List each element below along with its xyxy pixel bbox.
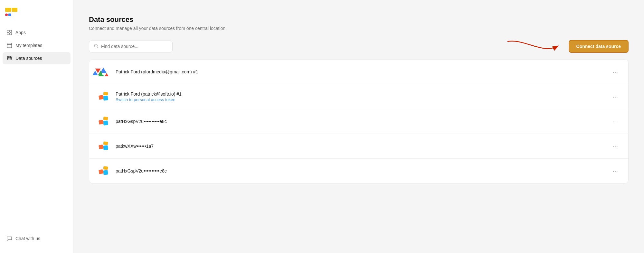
svg-point-11: [7, 56, 12, 58]
logo-area: [0, 5, 73, 26]
search-icon: [94, 43, 99, 50]
datasource-info: patHxGspV2u••••••••••e8c: [116, 168, 610, 173]
datasource-name: Patrick Ford (patrick@softr.io) #1: [116, 91, 610, 97]
datasource-item: patHxGspV2u••••••••••e8c ···: [89, 109, 628, 134]
datasource-info: Patrick Ford (patrick@softr.io) #1 Switc…: [116, 91, 610, 102]
svg-rect-25: [103, 96, 108, 100]
datasource-info: patkwXXw••••••1a7: [116, 144, 610, 149]
datasource-menu-button[interactable]: ···: [610, 117, 620, 126]
svg-point-12: [94, 44, 97, 47]
svg-rect-8: [7, 43, 12, 48]
datasource-menu-button[interactable]: ···: [610, 67, 620, 77]
page-title: Data sources: [89, 15, 629, 24]
database-icon: [6, 55, 12, 61]
sidebar-item-apps[interactable]: Apps: [3, 26, 71, 39]
datasource-info: patHxGspV2u••••••••••e8c: [116, 119, 610, 124]
page-header: Data sources Connect and manage all your…: [89, 15, 629, 31]
svg-rect-26: [99, 120, 103, 125]
datasource-info: Patrick Ford (pfordmedia@gmail.com) #1: [116, 69, 610, 74]
datasource-icon-airtable: [97, 90, 110, 103]
apps-icon: [6, 30, 12, 35]
datasource-icon-airtable: [97, 115, 110, 128]
datasource-icon-airtable: [97, 164, 110, 177]
svg-rect-4: [7, 30, 9, 32]
sidebar-item-my-templates[interactable]: My templates: [3, 39, 71, 52]
toolbar: Connect data source: [89, 40, 629, 53]
datasource-item: patkwXXw••••••1a7 ···: [89, 134, 628, 159]
sidebar-nav: Apps My templates Data sources: [0, 26, 73, 230]
svg-rect-29: [99, 145, 103, 149]
svg-line-13: [97, 47, 99, 48]
sidebar-item-apps-label: Apps: [15, 30, 26, 35]
datasource-item: Patrick Ford (patrick@softr.io) #1 Switc…: [89, 84, 628, 109]
svg-rect-30: [103, 141, 108, 145]
svg-rect-24: [103, 92, 108, 95]
svg-rect-28: [103, 120, 108, 125]
templates-icon: [6, 42, 12, 48]
svg-rect-31: [103, 145, 108, 150]
svg-rect-6: [7, 33, 9, 35]
svg-point-2: [5, 14, 8, 16]
svg-rect-27: [103, 117, 108, 120]
main-content: Data sources Connect and manage all your…: [73, 0, 644, 253]
sidebar-bottom: Chat with us: [0, 230, 73, 248]
svg-rect-0: [5, 8, 11, 12]
search-box[interactable]: [89, 41, 173, 52]
datasource-name: patHxGspV2u••••••••••e8c: [116, 168, 610, 173]
app-logo: [5, 8, 18, 17]
arrow-indicator: [504, 37, 569, 56]
chat-icon: [6, 236, 12, 241]
connect-data-source-button[interactable]: Connect data source: [569, 40, 629, 53]
datasource-icon-google-drive: [97, 65, 110, 78]
svg-rect-33: [103, 166, 108, 170]
datasource-name: patkwXXw••••••1a7: [116, 144, 610, 149]
datasource-menu-button[interactable]: ···: [610, 166, 620, 176]
connect-btn-area: Connect data source: [569, 40, 629, 53]
svg-rect-7: [10, 33, 12, 35]
svg-rect-1: [12, 8, 17, 12]
datasource-item: patHxGspV2u••••••••••e8c ···: [89, 159, 628, 183]
svg-rect-3: [8, 14, 11, 16]
datasource-name: patHxGspV2u••••••••••e8c: [116, 119, 610, 124]
datasource-menu-button[interactable]: ···: [610, 92, 620, 102]
svg-rect-5: [10, 30, 12, 32]
sidebar-item-chat[interactable]: Chat with us: [3, 232, 71, 245]
datasource-subtext[interactable]: Switch to personal access token: [116, 97, 610, 102]
sidebar-item-data-sources-label: Data sources: [15, 56, 42, 61]
sidebar: Apps My templates Data sources: [0, 0, 73, 253]
svg-rect-34: [103, 170, 108, 175]
search-input[interactable]: [101, 44, 168, 49]
datasource-list: Patrick Ford (pfordmedia@gmail.com) #1 ·…: [89, 59, 629, 183]
datasource-icon-airtable: [97, 140, 110, 153]
sidebar-item-chat-label: Chat with us: [15, 236, 40, 241]
sidebar-item-data-sources[interactable]: Data sources: [3, 52, 71, 64]
datasource-item: Patrick Ford (pfordmedia@gmail.com) #1 ·…: [89, 60, 628, 84]
page-subtitle: Connect and manage all your data sources…: [89, 26, 629, 31]
svg-rect-32: [99, 169, 103, 174]
sidebar-item-my-templates-label: My templates: [15, 43, 42, 48]
datasource-name: Patrick Ford (pfordmedia@gmail.com) #1: [116, 69, 610, 74]
svg-rect-23: [99, 95, 103, 100]
datasource-menu-button[interactable]: ···: [610, 141, 620, 151]
